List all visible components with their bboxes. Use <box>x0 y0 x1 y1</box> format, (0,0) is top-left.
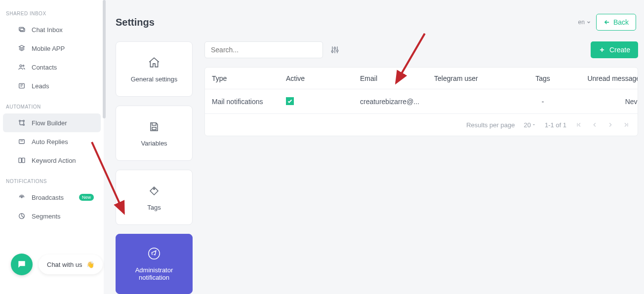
sidebar-item-auto-replies[interactable]: Auto Replies <box>3 132 101 151</box>
chevron-down-icon <box>586 20 591 25</box>
segments-icon <box>18 212 26 220</box>
td-email: creaturebizarre@... <box>360 98 434 106</box>
sidebar-item-label: Flow Builder <box>32 119 67 127</box>
sidebar-item-broadcasts[interactable]: Broadcasts New <box>3 188 101 207</box>
card-tags[interactable]: Tags <box>116 170 193 225</box>
language-label: en <box>578 19 585 26</box>
rpp-label: Results per page <box>466 121 515 129</box>
header-right: en Back <box>578 14 636 31</box>
sidebar-section-notifications: NOTIFICATIONS <box>0 170 104 188</box>
sidebar-section-automation: AUTOMATION <box>0 95 104 113</box>
th-telegram-user[interactable]: Telegram user <box>434 74 508 82</box>
pager-last-icon[interactable] <box>623 121 630 128</box>
new-badge: New <box>79 194 94 201</box>
table-head: Type Active Email Telegram user Tags Unr… <box>205 68 638 89</box>
table-footer: Results per page 20 1-1 of 1 <box>205 114 638 136</box>
svg-point-3 <box>23 65 24 67</box>
back-button[interactable]: Back <box>596 14 636 31</box>
svg-point-15 <box>149 248 160 259</box>
sidebar-item-label: Mobile APP <box>32 45 65 52</box>
chat-fab[interactable] <box>11 254 33 275</box>
td-tags: - <box>508 98 577 106</box>
th-tags[interactable]: Tags <box>508 74 577 82</box>
th-type[interactable]: Type <box>212 74 286 82</box>
sidebar-item-keyword-action[interactable]: Keyword Action <box>3 151 101 170</box>
page-range: 1-1 of 1 <box>545 121 566 129</box>
svg-point-18 <box>336 50 338 51</box>
toolbar: Create <box>204 41 638 58</box>
svg-point-14 <box>154 188 155 189</box>
contacts-icon <box>18 63 26 71</box>
plus-icon <box>599 46 605 53</box>
settings-cards: General settings Variables Tags Administ… <box>116 41 193 294</box>
td-unread: Never <box>577 98 638 106</box>
sidebar-item-label: Auto Replies <box>32 138 68 146</box>
sidebar-item-label: Leads <box>32 82 49 90</box>
table-row[interactable]: Mail notifications creaturebizarre@... -… <box>205 89 638 114</box>
wave-icon: 👋 <box>86 261 94 268</box>
sidebar-item-label: Chat Inbox <box>32 26 63 34</box>
save-icon <box>147 120 161 134</box>
page-title: Settings <box>116 17 155 28</box>
card-label: Administrator notification <box>120 266 188 281</box>
svg-rect-13 <box>152 127 156 130</box>
svg-point-7 <box>23 124 25 126</box>
svg-rect-10 <box>22 158 25 162</box>
sidebar: SHARED INBOX Chat Inbox Mobile APP Conta… <box>0 0 104 294</box>
chat-with-us-button[interactable]: Chat with us 👋 <box>39 255 103 274</box>
keyword-icon <box>18 156 26 164</box>
rpp-select[interactable]: 20 <box>523 121 535 129</box>
home-icon <box>147 56 161 70</box>
sidebar-item-segments[interactable]: Segments <box>3 207 101 225</box>
pager-first-icon[interactable] <box>575 121 582 128</box>
sidebar-item-chat-inbox[interactable]: Chat Inbox <box>3 20 101 39</box>
svg-point-2 <box>20 65 22 67</box>
svg-point-5 <box>19 120 21 122</box>
caret-down-icon <box>532 123 536 127</box>
sidebar-item-label: Segments <box>32 213 61 220</box>
card-admin-notification[interactable]: Administrator notification <box>116 234 193 294</box>
th-unread[interactable]: Unread messages <box>577 74 638 82</box>
sidebar-item-label: Contacts <box>32 64 57 71</box>
sidebar-item-leads[interactable]: Leads <box>3 76 101 95</box>
chat-pill-label: Chat with us <box>47 261 82 268</box>
th-email[interactable]: Email <box>360 74 434 82</box>
th-active[interactable]: Active <box>286 74 360 82</box>
create-button[interactable]: Create <box>591 41 638 58</box>
content: General settings Variables Tags Administ… <box>116 41 638 294</box>
sidebar-scrollbar[interactable] <box>103 0 106 118</box>
mobile-icon <box>18 44 26 52</box>
card-variables[interactable]: Variables <box>116 106 193 161</box>
card-general-settings[interactable]: General settings <box>116 41 193 97</box>
sidebar-item-contacts[interactable]: Contacts <box>3 58 101 76</box>
chat-icon <box>18 26 26 34</box>
td-active <box>286 97 360 106</box>
table-area: Create Type Active Email Telegram user T… <box>204 41 638 136</box>
chat-bubble-icon <box>17 259 27 269</box>
notifications-table: Type Active Email Telegram user Tags Unr… <box>204 67 638 136</box>
flow-icon <box>18 119 26 127</box>
tag-icon <box>147 184 161 198</box>
main: Settings en Back General settings <box>109 0 644 294</box>
card-label: Tags <box>147 204 161 211</box>
arrow-left-icon <box>604 19 610 26</box>
pager-next-icon[interactable] <box>607 121 614 128</box>
filter-sliders-icon[interactable] <box>330 45 340 55</box>
checkbox-checked-icon <box>286 97 294 105</box>
svg-point-11 <box>21 197 22 198</box>
sidebar-item-mobile-app[interactable]: Mobile APP <box>3 39 101 58</box>
svg-rect-9 <box>19 158 21 162</box>
card-label: General settings <box>131 75 178 83</box>
td-type: Mail notifications <box>212 98 286 106</box>
header: Settings en Back <box>116 14 638 31</box>
create-label: Create <box>609 46 630 54</box>
sidebar-item-flow-builder[interactable]: Flow Builder <box>3 113 101 132</box>
auto-replies-icon <box>18 138 26 146</box>
back-label: Back <box>613 18 629 26</box>
search-input[interactable] <box>204 41 323 58</box>
svg-rect-8 <box>19 140 25 144</box>
language-select[interactable]: en <box>578 19 591 26</box>
pager-prev-icon[interactable] <box>591 121 598 128</box>
svg-point-17 <box>334 47 335 49</box>
rpp-value: 20 <box>523 121 530 129</box>
